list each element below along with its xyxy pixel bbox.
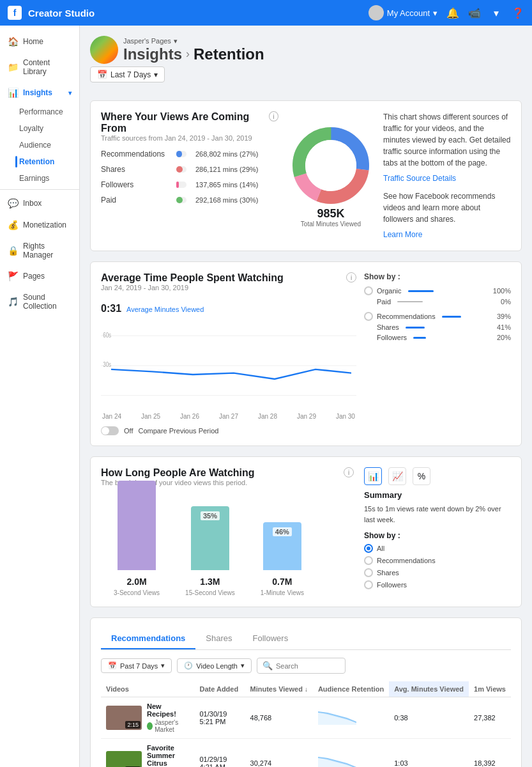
percent-chart-icon-btn[interactable]: % [413,467,430,485]
x-axis: Jan 24 Jan 25 Jan 26 Jan 27 Jan 28 Jan 2… [101,413,356,420]
bar-chart-icon-btn[interactable]: 📊 [364,467,382,485]
radio-shares-dot [364,568,373,577]
bar-fill [176,197,183,203]
inbox-icon: 💬 [8,198,18,208]
bar-sub-3sec: 3-Second Views [114,589,160,596]
sidebar-item-earnings[interactable]: Earnings [15,170,79,187]
video-cell-0: 2:15 New Recipes! Jasper's Market [101,697,194,739]
help-icon[interactable]: ❓ [512,6,524,19]
calendar-filter-icon: 📅 [108,662,117,670]
video-icon[interactable]: 📹 [468,6,481,19]
bar-track [176,151,186,157]
avg-title: Average Time People Spent Watching [101,272,284,284]
views-subtitle: Traffic sources from Jan 24, 2019 - Jan … [101,134,269,142]
chevron-icon[interactable]: ▾ [490,6,503,19]
col-minutes-viewed[interactable]: Minutes Viewed ↓ [245,681,313,697]
organic-radio[interactable] [364,286,373,295]
radio-shares[interactable]: Shares [364,568,511,577]
line-chart-area: 60s 30s [101,321,356,410]
sidebar-item-rights-manager[interactable]: 🔒 Rights Manager [0,236,79,265]
how-long-title: How Long People Are Watching [101,467,255,479]
date-filter[interactable]: 📅 Last 7 Days ▾ [90,66,165,82]
compare-toggle-row: Off Compare Previous Period [101,426,356,435]
bar-value: 286,121 mins (29%) [195,166,278,173]
how-long-info-icon[interactable]: i [344,467,354,477]
avg-card-inner: Average Time People Spent Watching Jan 2… [101,272,511,435]
line-chart-svg: 60s 30s [101,321,356,410]
date-filter-btn[interactable]: 📅 Past 7 Days ▾ [101,658,172,673]
sidebar-item-inbox[interactable]: 💬 Inbox [0,192,79,214]
traffic-source-link[interactable]: Traffic Source Details [383,173,511,184]
data-table: Videos Date Added Minutes Viewed ↓ Audie… [101,681,511,767]
bar-track [176,197,186,203]
compare-previous-label: Compare Previous Period [138,427,218,435]
how-long-right: 📊 📈 % Summary 15s to 1m views rate went … [364,467,511,596]
show-by-recommendations: Recommendations 39% [364,312,511,321]
page-name: Jasper's Pages ▾ [123,37,264,45]
sort-filter-btn[interactable]: 🕐 Video Length ▾ [177,658,252,673]
tab-shares[interactable]: Shares [195,628,242,649]
recommendations-radio[interactable] [364,312,373,321]
sidebar-item-retention[interactable]: Retention [15,153,79,170]
page-dropdown-icon[interactable]: ▾ [174,37,178,45]
radio-all[interactable]: All [364,544,511,553]
radio-followers-dot [364,580,373,589]
sidebar-item-audience[interactable]: Audience [15,137,79,153]
table-head: Videos Date Added Minutes Viewed ↓ Audie… [101,681,511,697]
home-icon: 🏠 [8,36,18,47]
views-card: Where Your Views Are Coming From Traffic… [90,100,522,251]
bell-icon[interactable]: 🔔 [446,6,459,19]
views-title: Where Your Views Are Coming From [101,111,269,134]
show-by-followers: Followers 20% [364,334,511,341]
table-body: 2:15 New Recipes! Jasper's Market 01/30/… [101,697,511,768]
header-top: Jasper's Pages ▾ Insights › Retention [90,36,522,64]
sidebar-item-home[interactable]: 🏠 Home [0,31,79,52]
tab-recommendations[interactable]: Recommendations [101,628,195,649]
col-avg-minutes: Avg. Minutes Viewed [389,681,469,697]
svg-text:30s: 30s [103,360,111,369]
sidebar-item-insights[interactable]: 📊 Insights ▾ [0,82,79,104]
donut-center: 985K Total Minutes Viewed [301,207,361,228]
bar-track [176,166,186,173]
bar-col-15sec: 35% 1.3M 15-Second Views [185,506,235,596]
sort-filter-chevron-icon: ▾ [241,662,245,670]
sidebar-item-loyalty[interactable]: Loyalty [15,120,79,137]
minutes-cell-0: 48,768 [245,697,313,739]
retention-cell-0 [313,697,389,739]
top-nav: f Creator Studio My Account ▾ 🔔 📹 ▾ ❓ [0,0,532,26]
sidebar-item-sound-collection[interactable]: 🎵 Sound Collection [0,287,79,316]
avg-info-icon[interactable]: i [346,272,356,283]
bar-fill [176,151,182,157]
tab-followers[interactable]: Followers [243,628,299,649]
bar-1min: 46% [263,522,301,570]
table-header-row: Videos Date Added Minutes Viewed ↓ Audie… [101,681,511,697]
date-filter-chevron-icon: ▾ [161,662,165,670]
radio-followers[interactable]: Followers [364,580,511,589]
search-box: 🔍 [257,658,346,674]
video-page-0: Jasper's Market [147,719,189,733]
sidebar-item-monetization[interactable]: 💰 Monetization [0,214,79,236]
video-thumb-0: 2:15 [106,706,142,730]
clock-filter-icon: 🕐 [184,662,193,670]
search-input[interactable] [276,662,340,670]
sidebar-item-pages[interactable]: 🚩 Pages [0,265,79,287]
sidebar-item-content-library[interactable]: 📁 Content Library [0,52,79,82]
page-dot-0 [147,722,153,730]
sidebar-item-performance[interactable]: Performance [15,104,79,120]
sidebar: 🏠 Home 📁 Content Library 📊 Insights ▾ Pe… [0,26,80,767]
bar-value: 292,168 mins (30%) [195,196,278,204]
bar-sub-1min: 1-Minute Views [261,589,304,596]
compare-toggle[interactable] [101,426,119,435]
account-button[interactable]: My Account ▾ [369,5,437,20]
search-icon: 🔍 [262,661,273,670]
views-info-icon[interactable]: i [269,111,278,121]
video-title-1: Favorite Summer Citrus [147,744,189,767]
bar-3sec [118,481,156,570]
retention-chart-1 [318,755,356,767]
radio-recommendations[interactable]: Recommendations [364,556,511,565]
learn-more-link[interactable]: Learn More [383,229,511,240]
bar-value: 137,865 mins (14%) [195,181,278,189]
video-title-0: New Recipes! [147,702,189,718]
line-chart-icon-btn[interactable]: 📈 [388,467,406,485]
sound-icon: 🎵 [8,297,18,307]
